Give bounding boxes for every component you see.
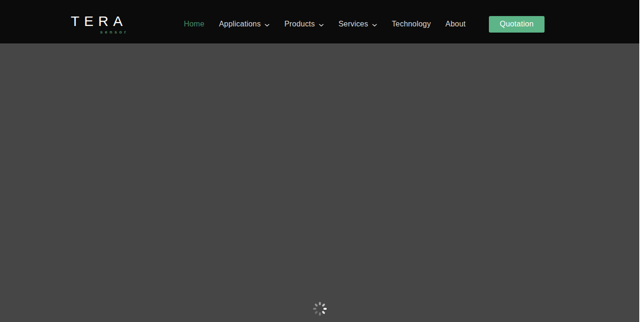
page: TERA sensor Home Applications Products S… [0, 0, 644, 322]
chevron-down-icon [264, 20, 270, 29]
quotation-button[interactable]: Quotation [489, 16, 545, 33]
spinner-dot [314, 303, 318, 307]
chevron-down-icon [372, 20, 377, 29]
site-header: TERA sensor Home Applications Products S… [0, 0, 639, 43]
nav-item-label: About [446, 20, 466, 28]
brand-name: TERA [71, 14, 127, 28]
spinner-dot [319, 302, 321, 305]
spinner-dot [313, 308, 316, 310]
nav-item-about[interactable]: About [446, 20, 466, 28]
spinner-dot [322, 311, 325, 314]
chevron-down-icon [319, 20, 324, 29]
nav-item-label: Applications [219, 20, 261, 28]
brand-tagline: sensor [71, 30, 128, 34]
spinner-dot [323, 308, 327, 310]
page-body [0, 43, 639, 322]
nav-item-applications[interactable]: Applications [219, 19, 270, 29]
spinner-dot [314, 311, 318, 314]
scrollbar[interactable] [639, 0, 644, 322]
nav-item-home[interactable]: Home [184, 20, 204, 28]
nav-item-products[interactable]: Products [284, 19, 324, 29]
loading-spinner-icon [312, 301, 327, 316]
nav-item-label: Products [284, 20, 315, 28]
nav-item-label: Services [339, 20, 368, 28]
brand-logo[interactable]: TERA sensor [71, 14, 127, 34]
nav-item-technology[interactable]: Technology [392, 20, 431, 28]
main-nav: Home Applications Products Services [184, 19, 466, 29]
nav-item-label: Home [184, 20, 204, 28]
nav-item-services[interactable]: Services [339, 19, 377, 29]
nav-item-label: Technology [392, 20, 431, 28]
spinner-dot [322, 303, 325, 307]
spinner-dot [319, 313, 321, 316]
